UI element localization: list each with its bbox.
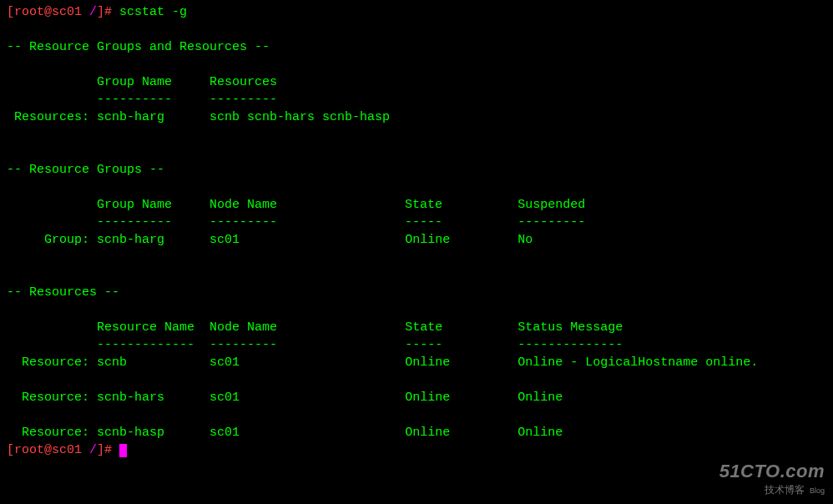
section2-col1-underline: ----------: [97, 215, 172, 229]
prompt-end: ]#: [97, 5, 119, 19]
section3-col4-underline: --------------: [517, 338, 623, 352]
watermark: 51CTO.com 技术博客Blog: [719, 459, 825, 497]
section3-row2-col2: sc01: [210, 426, 240, 440]
section3-row0-col2: sc01: [210, 355, 240, 370]
section2-row-col4: No: [517, 233, 533, 247]
section1-col1-underline: ----------: [97, 93, 172, 107]
prompt-user-host: [root@sc01: [7, 5, 89, 19]
section1-col1-header: Group Name: [97, 75, 172, 89]
prompt2-path: /: [89, 443, 97, 457]
section3-col4-header: Status Message: [517, 320, 623, 335]
section3-row0-col3: Online: [405, 355, 450, 370]
section3-row0-label: Resource:: [7, 355, 89, 370]
section3-row1-label: Resource:: [7, 391, 89, 405]
prompt2-end: ]#: [97, 443, 119, 457]
section2-row-col2: sc01: [210, 233, 240, 247]
section2-col1-header: Group Name: [97, 198, 172, 212]
section2-col3-header: State: [405, 198, 442, 212]
section3-row1-col3: Online: [405, 391, 450, 405]
section3-col3-header: State: [405, 320, 442, 335]
section1-row-label: Resources:: [7, 110, 89, 124]
section3-col1-header: Resource Name: [97, 320, 194, 335]
command-text: scstat -g: [119, 5, 187, 19]
section3-row0-col1: scnb: [97, 355, 127, 370]
section2-col4-underline: ---------: [517, 215, 585, 229]
section3-col2-underline: ---------: [210, 338, 277, 352]
section3-row2-label: Resource:: [7, 426, 89, 440]
section1-col2-underline: ---------: [210, 93, 277, 107]
watermark-line1: 51CTO.com: [719, 459, 825, 485]
section2-col3-underline: -----: [405, 215, 442, 229]
section3-row2-col3: Online: [405, 426, 450, 440]
prompt-path: /: [89, 5, 97, 19]
section3-row0-col4: Online - LogicalHostname online.: [517, 355, 758, 370]
section3-row1-col1: scnb-hars: [97, 391, 164, 405]
section2-header: -- Resource Groups --: [7, 163, 164, 177]
section3-header: -- Resources --: [7, 285, 119, 300]
section1-row-col2: scnb scnb-hars scnb-hasp: [210, 110, 390, 124]
section1-header: -- Resource Groups and Resources --: [7, 40, 270, 54]
cursor[interactable]: [119, 444, 127, 457]
section2-col2-header: Node Name: [210, 198, 277, 212]
terminal-output: [root@sc01 /]# scstat -g -- Resource Gro…: [0, 0, 833, 462]
section3-row1-col4: Online: [517, 391, 563, 405]
watermark-line2: 技术博客Blog: [719, 483, 825, 497]
section3-col2-header: Node Name: [210, 320, 277, 335]
section3-row2-col1: scnb-hasp: [97, 426, 164, 440]
section3-row1-col2: sc01: [210, 391, 240, 405]
section1-col2-header: Resources: [210, 75, 277, 89]
section3-col1-underline: -------------: [97, 338, 194, 352]
section2-row-col1: scnb-harg: [97, 233, 164, 247]
section2-col2-underline: ---------: [210, 215, 277, 229]
section2-row-label: Group:: [7, 233, 89, 247]
section3-row2-col4: Online: [517, 426, 563, 440]
section1-row-col1: scnb-harg: [97, 110, 164, 124]
prompt2-user-host: [root@sc01: [7, 443, 89, 457]
section3-col3-underline: -----: [405, 338, 442, 352]
section2-col4-header: Suspended: [517, 198, 585, 212]
section2-row-col3: Online: [405, 233, 450, 247]
